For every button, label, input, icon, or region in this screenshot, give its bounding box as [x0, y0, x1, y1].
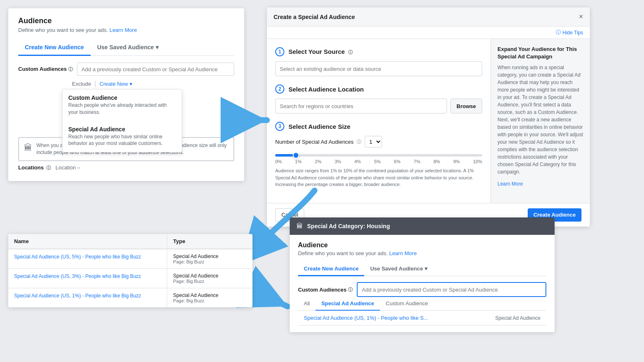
create-new-dropdown: Custom Audience Reach people who've alre… — [62, 89, 182, 152]
filter-tab-custom[interactable]: Custom Audience — [380, 297, 434, 311]
table-row: Special Ad Audience (US, 5%) - People wh… — [8, 249, 252, 269]
row-2-name: Special Ad Audience (US, 3%) - People wh… — [8, 269, 167, 288]
step-3-section: 3 Select Audience Size Number of Special… — [275, 122, 482, 188]
step-1-title: Select Your Source ⓘ — [288, 48, 353, 56]
tab-use-saved-label: Use Saved Audience — [97, 44, 154, 51]
modal-body: 1 Select Your Source ⓘ 2 Select Audience… — [267, 39, 590, 203]
special-body: Audience Define who you want to see your… — [290, 235, 555, 332]
learn-more-link[interactable]: Learn More — [109, 27, 137, 33]
special-audience-sub: Define who you want to see your ads. Lea… — [298, 250, 546, 256]
slider-track — [275, 154, 482, 157]
step-3-title: Select Audience Size — [288, 123, 351, 130]
custom-audiences-row: Custom Audiences ⓘ — [18, 63, 234, 76]
row-3-type-main: Special Ad Audience — [173, 292, 247, 298]
special-header-icon: 🏛 — [296, 222, 303, 230]
chevron-down-icon-create: ▾ — [130, 81, 132, 87]
dropdown-item-special-title: Special Ad Audience — [68, 126, 176, 133]
slider-labels: 0% 1% 2% 3% 4% 5% 6% 7% 8% 9% 10% — [275, 159, 482, 164]
row-2-name-link[interactable]: Special Ad Audience (US, 3%) - People wh… — [14, 273, 161, 280]
custom-audiences-input[interactable] — [77, 63, 234, 76]
row-3-name-link[interactable]: Special Ad Audience (US, 1%) - People wh… — [14, 292, 161, 299]
exclude-bar: Exclude | Create New ▾ — [18, 80, 234, 87]
panel-subtitle: Define who you want to see your ads. Lea… — [18, 27, 234, 33]
step-2-number: 2 — [275, 84, 284, 94]
modal-sidebar-learn-more[interactable]: Learn More — [497, 181, 523, 187]
table-row: Special Ad Audience (US, 3%) - People wh… — [8, 269, 252, 288]
row-1-type-main: Special Ad Audience — [173, 253, 247, 259]
dropdown-item-custom-desc: Reach people who've already interacted w… — [68, 102, 176, 116]
locations-row: Locations ⓘ Location – — [18, 164, 234, 171]
modal-header-title: Create a Special Ad Audience — [274, 14, 355, 20]
dropdown-item-custom-title: Custom Audience — [68, 94, 176, 101]
dropdown-result-row[interactable]: Special Ad Audience (US, 1%) - People wh… — [298, 311, 546, 326]
col-type-header: Type — [167, 234, 252, 249]
chevron-down-icon: ▾ — [156, 44, 159, 51]
filter-tab-special[interactable]: Special Ad Audience — [315, 297, 380, 311]
special-audience-title: Audience — [298, 241, 546, 249]
tab-create-new[interactable]: Create New Audience — [18, 40, 91, 56]
dropdown-item-special-desc: Reach new people who have similar online… — [68, 133, 176, 147]
location-search-row: Browse — [275, 99, 482, 113]
row-3-type: Special Ad Audience Page: Big Buzz — [167, 288, 252, 307]
special-ca-info-icon: ⓘ — [348, 287, 353, 293]
dropdown-item-custom[interactable]: Custom Audience Reach people who've alre… — [62, 89, 182, 121]
browse-button[interactable]: Browse — [450, 99, 482, 113]
row-1-type-sub: Page: Big Buzz — [173, 259, 247, 264]
special-ca-input[interactable] — [357, 282, 546, 297]
row-3-name: Special Ad Audience (US, 1%) - People wh… — [8, 288, 167, 307]
subtitle-text: Define who you want to see your ads. — [18, 27, 109, 33]
location-input[interactable] — [275, 99, 447, 113]
panel-body: Custom Audiences ⓘ Exclude | Create New … — [18, 56, 234, 171]
create-new-button[interactable]: Create New ▾ — [99, 81, 132, 87]
audience-tabs: Create New Audience Use Saved Audience ▾ — [18, 40, 234, 56]
audience-card-icon: 🏛 — [24, 143, 32, 152]
audience-size-slider[interactable]: 0% 1% 2% 3% 4% 5% 6% 7% 8% 9% 10% — [275, 154, 482, 164]
source-input[interactable] — [275, 61, 482, 76]
audience-panel-left: Audience Define who you want to see your… — [8, 8, 244, 181]
size-label-row: Number of Special Ad Audiences ⓘ 1 — [275, 136, 482, 147]
size-label-text: Number of Special Ad Audiences — [275, 139, 353, 145]
table-header: Name Type — [8, 234, 252, 249]
locations-label: Locations ⓘ — [18, 164, 51, 171]
row-1-name-link[interactable]: Special Ad Audience (US, 5%) - People wh… — [14, 253, 161, 261]
filter-tabs: All Special Ad Audience Custom Audience — [298, 297, 546, 311]
row-1-name: Special Ad Audience (US, 5%) - People wh… — [8, 249, 167, 268]
dropdown-item-special[interactable]: Special Ad Audience Reach new people who… — [62, 121, 182, 152]
special-learn-more-link[interactable]: Learn More — [389, 250, 416, 256]
step-2-section: 2 Select Audience Location Browse — [275, 84, 482, 113]
modal-sidebar-title: Expand Your Audience for This Special Ad… — [497, 46, 583, 60]
dropdown-result-type: Special Ad Audience — [495, 315, 541, 321]
hide-tips-button[interactable]: ⓘ Hide Tips — [556, 29, 583, 36]
filter-tab-all[interactable]: All — [298, 297, 315, 311]
step-3-header: 3 Select Audience Size — [275, 122, 482, 131]
special-ad-header: 🏛 Special Ad Category: Housing — [290, 217, 555, 235]
step-2-title: Select Audience Location — [288, 86, 364, 93]
exclude-link[interactable]: Exclude — [72, 81, 91, 87]
modal-header: Create a Special Ad Audience × — [267, 7, 590, 27]
custom-audiences-info-icon: ⓘ — [68, 67, 73, 72]
special-tab-use-saved[interactable]: Use Saved Audience ▾ — [364, 262, 433, 276]
modal-close-button[interactable]: × — [579, 12, 583, 21]
special-header-text: Special Ad Category: Housing — [307, 223, 390, 229]
hide-tips-icon: ⓘ — [556, 29, 561, 36]
step-1-info-icon: ⓘ — [348, 50, 353, 55]
location-value: Location – — [55, 164, 80, 171]
special-custom-audiences-row: Custom Audiences ⓘ — [298, 282, 546, 297]
divider: | — [94, 80, 96, 87]
step-3-number: 3 — [275, 122, 284, 131]
step-2-header: 2 Select Audience Location — [275, 84, 482, 94]
step-1-section: 1 Select Your Source ⓘ — [275, 47, 482, 76]
size-select[interactable]: 1 — [365, 136, 382, 147]
special-ca-label: Custom Audiences ⓘ — [298, 287, 353, 293]
special-tab-create-new[interactable]: Create New Audience — [298, 262, 364, 276]
row-2-type-sub: Page: Big Buzz — [173, 279, 247, 284]
tab-use-saved[interactable]: Use Saved Audience ▾ — [91, 40, 165, 56]
modal-sidebar: Expand Your Audience for This Special Ad… — [490, 39, 590, 203]
locations-info-icon: ⓘ — [46, 165, 51, 170]
table-row: Special Ad Audience (US, 1%) - People wh… — [8, 288, 252, 307]
slider-description: Audience size ranges from 1% to 10% of t… — [275, 167, 482, 188]
slider-thumb[interactable] — [293, 152, 299, 159]
row-2-type: Special Ad Audience Page: Big Buzz — [167, 269, 252, 288]
special-ad-audience-modal: Create a Special Ad Audience × ⓘ Hide Ti… — [267, 7, 590, 227]
dropdown-result-name: Special Ad Audience (US, 1%) - People wh… — [304, 315, 492, 321]
